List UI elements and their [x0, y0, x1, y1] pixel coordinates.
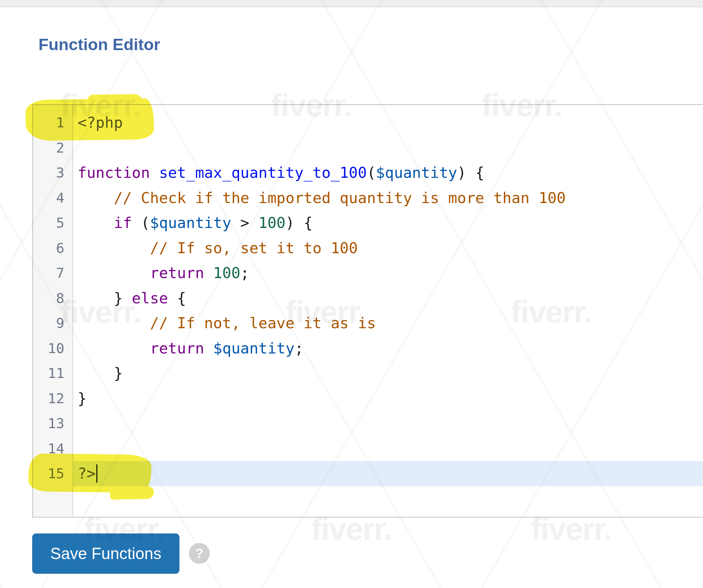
line-number: 9 [33, 311, 72, 336]
code-token: } [78, 364, 123, 382]
code-token: // If not, leave it as is [150, 314, 376, 332]
code-line[interactable]: // If so, set it to 100 [73, 236, 703, 261]
code-token: // Check if the imported quantity is mor… [114, 189, 566, 207]
code-line[interactable]: // If not, leave it as is [73, 311, 703, 336]
line-number: 5 [33, 210, 72, 236]
code-token [150, 164, 159, 181]
code-token [204, 340, 213, 357]
code-token [204, 264, 213, 282]
code-token [78, 214, 114, 232]
code-token [78, 314, 150, 332]
line-number: 14 [33, 436, 72, 461]
line-number: 3 [33, 160, 72, 186]
code-token: { [168, 289, 186, 307]
code-token: ( [132, 214, 150, 232]
code-line[interactable]: function set_max_quantity_to_100($quanti… [73, 160, 703, 186]
line-number: 4 [33, 186, 72, 211]
line-number: 13 [33, 411, 72, 436]
browser-edge-strip [0, 0, 703, 7]
help-icon[interactable]: ? [189, 543, 210, 564]
code-token: > [231, 214, 258, 232]
code-token: if [114, 214, 132, 232]
code-token: return [150, 264, 204, 282]
code-token: return [150, 340, 204, 357]
code-line[interactable]: <?php [73, 110, 703, 135]
code-token: set_max_quantity_to_100 [159, 164, 367, 181]
code-token [78, 264, 150, 282]
line-number: 7 [33, 261, 72, 286]
code-token: ( [367, 164, 376, 181]
line-number: 1 [33, 110, 72, 135]
save-functions-button[interactable]: Save Functions [32, 533, 179, 574]
line-number: 10 [33, 336, 72, 361]
code-token [78, 239, 150, 257]
code-line[interactable]: return 100; [73, 261, 703, 286]
code-token: ) { [286, 214, 313, 232]
text-cursor [96, 464, 97, 483]
page-title: Function Editor [38, 35, 160, 54]
code-token: $quantity [376, 164, 457, 181]
line-number: 12 [33, 386, 72, 411]
code-token: $quantity [150, 214, 231, 232]
code-token: 100 [213, 264, 240, 282]
code-line[interactable] [73, 436, 703, 461]
code-token: <?php [78, 114, 123, 131]
code-token: else [132, 289, 168, 307]
code-editor[interactable]: 123456789101112131415 <?phpfunction set_… [32, 104, 703, 518]
line-number-gutter: 123456789101112131415 [33, 105, 73, 517]
code-token [78, 340, 150, 357]
line-number: 2 [33, 135, 72, 161]
code-line[interactable]: } [73, 361, 703, 386]
code-token: } [78, 289, 132, 307]
line-number: 8 [33, 286, 72, 311]
function-editor-page: Function Editor 123456789101112131415 <?… [0, 0, 703, 588]
code-token: $quantity [213, 340, 294, 357]
code-area[interactable]: <?phpfunction set_max_quantity_to_100($q… [73, 105, 703, 517]
code-token: ; [294, 340, 304, 357]
code-line[interactable] [73, 411, 703, 436]
code-line[interactable]: return $quantity; [73, 336, 703, 361]
code-token: } [78, 390, 87, 407]
code-token: function [78, 164, 150, 181]
code-token: // If so, set it to 100 [150, 239, 358, 257]
code-token: ) { [457, 164, 484, 181]
code-token: 100 [258, 214, 286, 232]
line-number: 11 [33, 361, 72, 386]
code-line[interactable]: if ($quantity > 100) { [73, 210, 703, 236]
code-token [78, 189, 114, 207]
code-line[interactable]: // Check if the imported quantity is mor… [73, 186, 703, 211]
code-line[interactable]: } else { [73, 286, 703, 311]
code-token: ?> [78, 465, 96, 482]
code-line[interactable] [73, 135, 703, 161]
code-line[interactable]: } [73, 386, 703, 411]
line-number: 6 [33, 236, 72, 261]
code-token: ; [240, 264, 249, 282]
code-line[interactable]: ?> [73, 461, 703, 486]
line-number: 15 [33, 461, 72, 486]
